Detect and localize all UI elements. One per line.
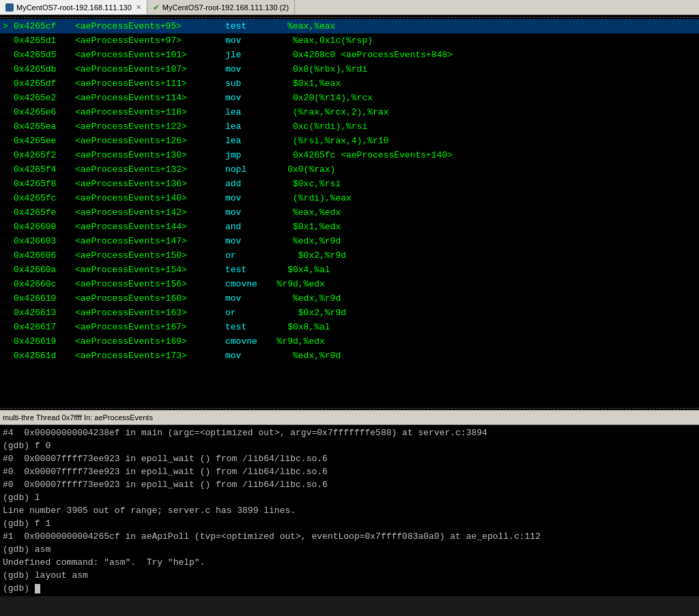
asm-arrow [3,162,14,177]
asm-opcode: and [225,220,266,234]
asm-args: $0x1,%eax [266,76,341,91]
asm-args: $0x2,%r9d [266,306,346,320]
asm-arrow [3,306,14,320]
asm-line[interactable]: 0x4265fc <aeProcessEvents+140> mov (%rdi… [0,191,699,205]
gdb-output-line: #0 0x00007ffff73ee923 in epoll_wait () f… [3,465,696,478]
gdb-cursor[interactable] [35,584,40,593]
asm-line[interactable]: 0x426610 <aeProcessEvents+160> mov %edx,… [0,291,699,306]
status-text: multi-thre Thread 0x7ffff In: aeProcessE… [3,413,153,422]
asm-line[interactable]: 0x426603 <aeProcessEvents+147> mov %edx,… [0,234,699,248]
tab-2[interactable]: ✔ MyCentOS7-root-192.168.111.130 (2) [147,0,295,14]
asm-opcode: mov [225,349,266,363]
asm-address: 0x4265db [14,62,75,76]
asm-function: <aeProcessEvents+122> [75,119,225,134]
asm-function: <aeProcessEvents+140> [75,191,225,205]
asm-arrow [3,48,14,62]
asm-arrow [3,349,14,363]
asm-line[interactable]: 0x4265f4 <aeProcessEvents+132> nopl 0x0(… [0,162,699,177]
asm-args: 0x20(%r14),%rcx [266,91,373,105]
asm-line[interactable]: 0x42660c <aeProcessEvents+156> cmovne %r… [0,277,699,291]
asm-line[interactable]: >0x4265cf <aeProcessEvents+95> test %eax… [0,19,699,33]
asm-args: (%rdi),%eax [266,191,352,205]
asm-line[interactable]: 0x4265ea <aeProcessEvents+122> lea 0xc(%… [0,119,699,134]
asm-arrow [3,177,14,191]
asm-address: 0x42661d [14,349,75,363]
asm-address: 0x426617 [14,320,75,334]
asm-address: 0x4265cf [14,19,75,33]
asm-address: 0x426619 [14,334,75,349]
asm-line[interactable]: 0x42661d <aeProcessEvents+173> mov %edx,… [0,349,699,363]
asm-line[interactable]: 0x4265e6 <aeProcessEvents+118> lea (%rax… [0,105,699,119]
asm-view[interactable]: >0x4265cf <aeProcessEvents+95> test %eax… [0,18,699,407]
asm-address: 0x4265f8 [14,177,75,191]
asm-opcode: test [225,263,266,277]
asm-address: 0x426613 [14,306,75,320]
asm-function: <aeProcessEvents+169> [75,334,225,349]
asm-address: 0x4265d1 [14,33,75,48]
asm-function: <aeProcessEvents+130> [75,148,225,162]
asm-function: <aeProcessEvents+107> [75,62,225,76]
asm-arrow [3,148,14,162]
asm-function: <aeProcessEvents+160> [75,291,225,306]
asm-line[interactable]: 0x426617 <aeProcessEvents+167> test $0x8… [0,320,699,334]
asm-opcode: test [225,320,266,334]
asm-arrow [3,248,14,263]
asm-line[interactable]: 0x42660a <aeProcessEvents+154> test $0x4… [0,263,699,277]
asm-line[interactable]: 0x4265d5 <aeProcessEvents+101> jle 0x426… [0,48,699,62]
gdb-prompt: (gdb) [3,583,35,593]
asm-args: %edx,%r9d [266,234,341,248]
asm-args: 0x4265fc <aeProcessEvents+140> [266,148,453,162]
status-bar: multi-thre Thread 0x7ffff In: aeProcessE… [0,410,699,425]
tab-1[interactable]: MyCentOS7-root-192.168.111.130 ✕ [0,0,147,14]
asm-line[interactable]: 0x426619 <aeProcessEvents+169> cmovne %r… [0,334,699,349]
asm-line[interactable]: 0x4265d1 <aeProcessEvents+97> mov %eax,0… [0,33,699,48]
asm-line[interactable]: 0x4265df <aeProcessEvents+111> sub $0x1,… [0,76,699,91]
asm-opcode: mov [225,234,266,248]
asm-function: <aeProcessEvents+156> [75,277,225,291]
asm-arrow: > [3,19,14,33]
asm-address: 0x4265fe [14,205,75,220]
asm-arrow [3,334,14,349]
asm-line[interactable]: 0x4265e2 <aeProcessEvents+114> mov 0x20(… [0,91,699,105]
asm-args: %eax,%eax [266,19,335,33]
asm-arrow [3,320,14,334]
gdb-output-line: #0 0x00007ffff73ee923 in epoll_wait () f… [3,452,696,465]
asm-args: %eax,0x1c(%rsp) [266,33,373,48]
asm-opcode: jmp [225,148,266,162]
check-icon: ✔ [153,3,160,12]
asm-function: <aeProcessEvents+95> [75,19,225,33]
asm-opcode: sub [225,76,266,91]
asm-line[interactable]: 0x426600 <aeProcessEvents+144> and $0x1,… [0,220,699,234]
asm-line[interactable]: 0x4265ee <aeProcessEvents+126> lea (%rsi… [0,134,699,148]
asm-function: <aeProcessEvents+154> [75,263,225,277]
gdb-console[interactable]: #4 0x00000000004238ef in main (argc=<opt… [0,425,699,596]
asm-args: 0xc(%rdi),%rsi [266,119,367,134]
main-container: MyCentOS7-root-192.168.111.130 ✕ ✔ MyCen… [0,0,699,596]
gdb-output-line: (gdb) asm [3,543,696,556]
asm-function: <aeProcessEvents+136> [75,177,225,191]
asm-args: 0x8(%rbx),%rdi [266,62,367,76]
asm-function: <aeProcessEvents+144> [75,220,225,234]
asm-line[interactable]: 0x4265f2 <aeProcessEvents+130> jmp 0x426… [0,148,699,162]
bottom-separator [0,408,699,409]
tab-1-close[interactable]: ✕ [136,3,141,11]
gdb-output-line: #4 0x00000000004238ef in main (argc=<opt… [3,426,696,439]
asm-address: 0x4265e6 [14,105,75,119]
asm-arrow [3,220,14,234]
asm-line[interactable]: 0x4265fe <aeProcessEvents+142> mov %eax,… [0,205,699,220]
asm-address: 0x426600 [14,220,75,234]
gdb-output-line: #0 0x00007ffff73ee923 in epoll_wait () f… [3,478,696,491]
asm-address: 0x426610 [14,291,75,306]
asm-line[interactable]: 0x4265db <aeProcessEvents+107> mov 0x8(%… [0,62,699,76]
asm-function: <aeProcessEvents+147> [75,234,225,248]
gdb-output-line: #1 0x00000000004265cf in aeApiPoll (tvp=… [3,530,696,543]
asm-line[interactable]: 0x426613 <aeProcessEvents+163> or $0x2,%… [0,306,699,320]
asm-line[interactable]: 0x4265f8 <aeProcessEvents+136> add $0xc,… [0,177,699,191]
asm-opcode: mov [225,91,266,105]
asm-arrow [3,33,14,48]
asm-arrow [3,191,14,205]
asm-line[interactable]: 0x426606 <aeProcessEvents+150> or $0x2,%… [0,248,699,263]
monitor-icon [5,3,14,12]
gdb-output-line: Line number 3905 out of range; server.c … [3,504,696,517]
asm-address: 0x4265ee [14,134,75,148]
